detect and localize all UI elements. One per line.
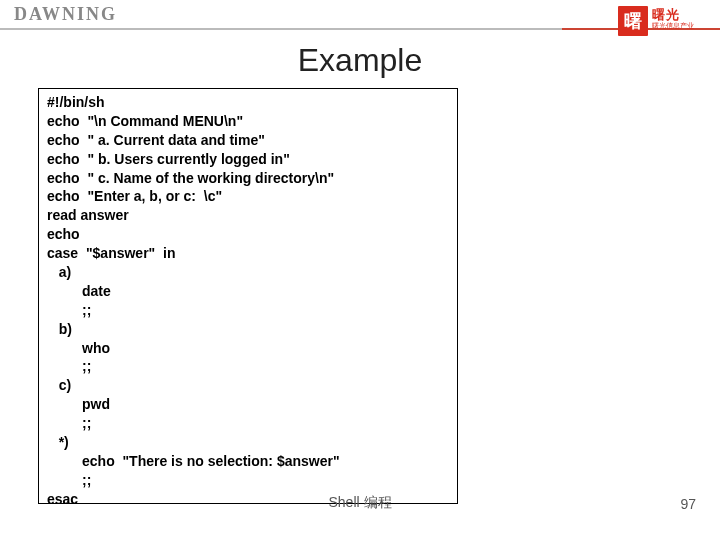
- code-line: echo "There is no selection: $answer": [47, 453, 340, 469]
- footer-title: Shell 编程: [0, 494, 720, 512]
- code-line: ;;: [47, 472, 91, 488]
- code-line: read answer: [47, 207, 129, 223]
- code-line: echo " a. Current data and time": [47, 132, 265, 148]
- code-line: ;;: [47, 302, 91, 318]
- code-line: *): [47, 434, 69, 450]
- logo-glyph: 曙: [624, 12, 642, 30]
- slide: DAWNING 曙 曙光 曙光信息产业 Example #!/bin/sh ec…: [0, 0, 720, 540]
- page-number: 97: [680, 496, 696, 512]
- code-line: ;;: [47, 358, 91, 374]
- logo-text-secondary: 曙光信息产业: [652, 21, 694, 31]
- code-line: case "$answer" in: [47, 245, 175, 261]
- logo-icon: 曙: [618, 6, 648, 36]
- code-line: b): [47, 321, 72, 337]
- code-line: a): [47, 264, 71, 280]
- code-line: #!/bin/sh: [47, 94, 105, 110]
- code-line: ;;: [47, 415, 91, 431]
- code-line: c): [47, 377, 71, 393]
- slide-title: Example: [0, 42, 720, 79]
- brand-logo: 曙 曙光 曙光信息产业: [618, 6, 706, 36]
- slide-header: DAWNING 曙 曙光 曙光信息产业: [0, 4, 720, 32]
- code-block: #!/bin/sh echo "\n Command MENU\n" echo …: [38, 88, 458, 504]
- code-line: who: [47, 340, 110, 356]
- code-line: echo " b. Users currently logged in": [47, 151, 290, 167]
- code-line: echo "Enter a, b, or c: \c": [47, 188, 222, 204]
- code-line: echo " c. Name of the working directory\…: [47, 170, 334, 186]
- code-line: date: [47, 283, 111, 299]
- header-rule: [0, 28, 720, 30]
- code-line: pwd: [47, 396, 110, 412]
- code-line: echo "\n Command MENU\n": [47, 113, 243, 129]
- brand-text: DAWNING: [14, 4, 117, 25]
- code-line: echo: [47, 226, 80, 242]
